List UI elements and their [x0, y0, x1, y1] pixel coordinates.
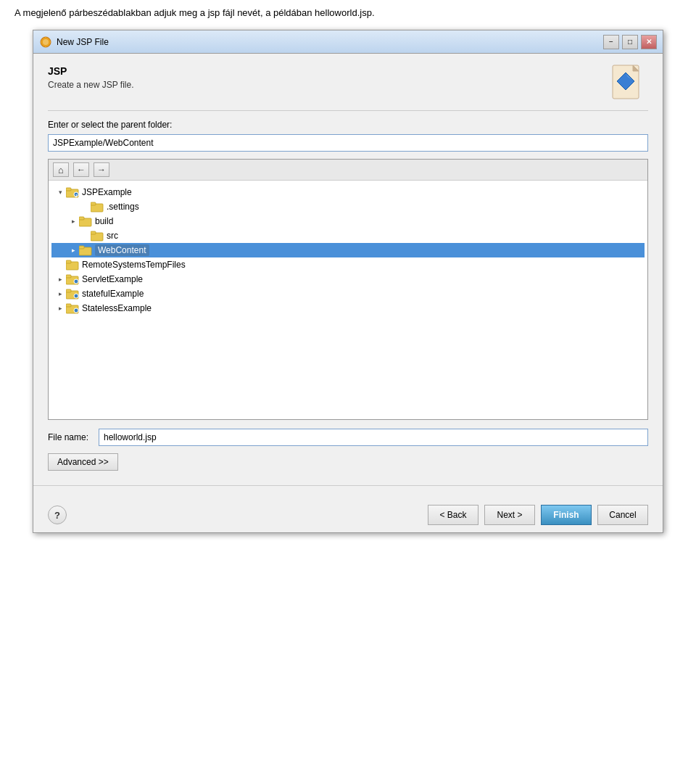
svg-rect-29	[66, 289, 71, 292]
dialog-heading: JSP	[48, 65, 134, 77]
tree-item-build[interactable]: build	[51, 214, 645, 228]
maximize-button[interactable]: □	[622, 35, 638, 49]
bottom-separator	[33, 485, 663, 486]
svg-rect-32	[66, 304, 71, 307]
expander-settings	[79, 201, 91, 212]
dialog-header-text: JSP Create a new JSP file.	[48, 65, 134, 90]
svg-rect-26	[66, 275, 71, 278]
dialog-subtext: Create a new JSP file.	[48, 80, 134, 90]
tree-item-statefule[interactable]: statefulExample	[51, 286, 645, 301]
label-jspe: JSPExample	[82, 187, 132, 197]
svg-rect-22	[79, 246, 84, 249]
tree-item-jspe[interactable]: J JSPExample	[51, 185, 645, 199]
label-build: build	[95, 216, 113, 226]
next-button[interactable]: Next >	[484, 505, 535, 525]
forward-icon	[97, 165, 106, 175]
label-statefule: statefulExample	[82, 289, 144, 299]
svg-rect-12	[66, 188, 71, 191]
finish-button[interactable]: Finish	[541, 505, 592, 525]
forward-button[interactable]	[94, 162, 109, 177]
dialog-content: JSP Create a new JSP file.	[33, 54, 663, 498]
expander-build[interactable]	[67, 215, 79, 227]
label-settings: .settings	[107, 202, 139, 212]
label-webcontent: WebContent	[95, 244, 149, 256]
label-src: src	[107, 231, 118, 241]
svg-point-27	[74, 279, 78, 284]
home-button[interactable]	[53, 162, 69, 177]
expander-jspe[interactable]	[54, 186, 66, 198]
svg-rect-18	[79, 217, 84, 220]
tree-item-webcontent[interactable]: WebContent	[51, 243, 645, 257]
tree-item-remotesys[interactable]: RemoteSystemsTempFiles	[51, 257, 645, 272]
svg-rect-5	[49, 41, 51, 43]
svg-rect-24	[66, 260, 71, 263]
help-button[interactable]: ?	[48, 506, 67, 524]
intro-text: A megjelenő párbeszédablakban adjuk meg …	[14, 7, 682, 18]
expander-src	[79, 230, 91, 242]
label-servlete: ServletExample	[82, 274, 143, 284]
filename-input[interactable]	[99, 429, 648, 446]
tree-item-servlete[interactable]: ServletExample	[51, 272, 645, 286]
svg-point-33	[74, 308, 78, 313]
tree-items: J JSPExample	[49, 181, 647, 320]
folder-icon-webcontent	[79, 244, 92, 256]
dialog-footer: ? < Back Next > Finish Cancel	[33, 498, 663, 532]
folder-section: Enter or select the parent folder:	[48, 120, 648, 152]
folder-icon-statefule	[66, 288, 79, 300]
advanced-button[interactable]: Advanced >>	[48, 453, 118, 471]
dialog-icon	[39, 36, 52, 49]
svg-rect-3	[45, 45, 46, 47]
folder-icon-servlete	[66, 273, 79, 285]
folder-icon-src	[91, 230, 104, 242]
svg-point-30	[74, 294, 78, 298]
home-icon	[58, 165, 64, 176]
cancel-button[interactable]: Cancel	[597, 505, 648, 525]
jsp-icon-container	[609, 62, 648, 102]
folder-icon-settings	[91, 201, 104, 212]
expander-remotesys	[54, 259, 66, 271]
dialog: New JSP File − □ ✕ JSP Create a new JSP …	[33, 30, 663, 533]
tree-toolbar	[49, 160, 647, 181]
tree-item-statelessl[interactable]: StatelessExample	[51, 301, 645, 315]
filename-label: File name:	[48, 432, 99, 442]
folder-icon-statelessl	[66, 302, 79, 314]
back-button[interactable]	[73, 162, 89, 177]
dialog-wrapper: New JSP File − □ ✕ JSP Create a new JSP …	[14, 30, 682, 533]
close-button[interactable]: ✕	[641, 35, 657, 49]
folder-icon-jspe: J	[66, 186, 79, 198]
folder-icon-build	[79, 215, 92, 227]
jsp-file-icon	[609, 62, 648, 102]
tree-item-settings[interactable]: .settings	[51, 199, 645, 214]
svg-text:J: J	[75, 194, 78, 198]
expander-statefule[interactable]	[54, 288, 66, 300]
tree-item-src[interactable]: src	[51, 228, 645, 243]
dialog-header: JSP Create a new JSP file.	[48, 65, 648, 111]
expander-statelessl[interactable]	[54, 302, 66, 314]
expander-servlete[interactable]	[54, 273, 66, 285]
title-bar: New JSP File − □ ✕	[33, 30, 663, 54]
svg-rect-20	[91, 231, 96, 234]
svg-point-1	[43, 39, 49, 45]
title-bar-controls: − □ ✕	[603, 35, 657, 49]
folder-icon-remotesys	[66, 259, 79, 271]
dialog-title: New JSP File	[57, 37, 603, 47]
folder-input[interactable]	[48, 134, 648, 152]
svg-rect-16	[91, 202, 96, 205]
tree-container: J JSPExample	[48, 159, 648, 420]
svg-rect-2	[45, 37, 46, 39]
filename-row: File name:	[48, 429, 648, 446]
svg-rect-4	[41, 41, 43, 43]
label-remotesys: RemoteSystemsTempFiles	[82, 260, 186, 270]
expander-webcontent[interactable]	[67, 244, 79, 256]
label-statelessl: StatelessExample	[82, 303, 152, 313]
back-icon	[77, 165, 86, 175]
minimize-button[interactable]: −	[603, 35, 619, 49]
folder-label: Enter or select the parent folder:	[48, 120, 648, 130]
back-button[interactable]: < Back	[428, 505, 478, 525]
